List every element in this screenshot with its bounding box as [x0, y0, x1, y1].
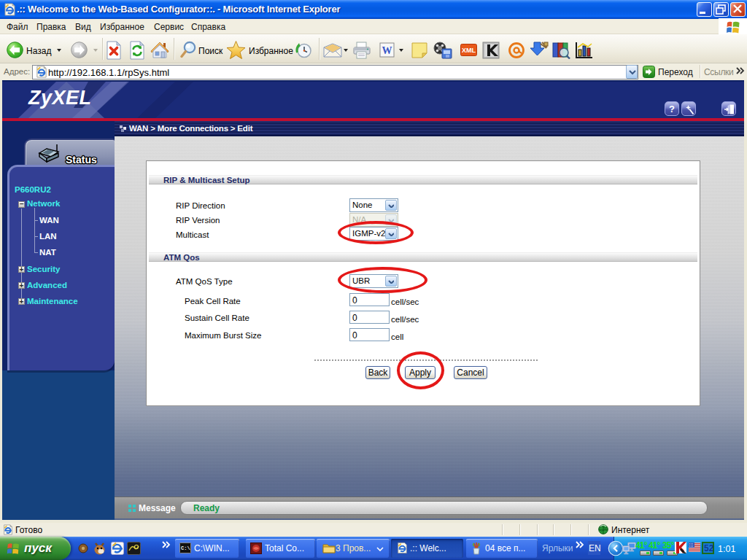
svg-text:Status: Status	[66, 154, 97, 166]
svg-text:C:\: C:\	[181, 545, 190, 551]
svg-text:XML: XML	[462, 47, 476, 54]
svg-text:W: W	[382, 45, 392, 56]
